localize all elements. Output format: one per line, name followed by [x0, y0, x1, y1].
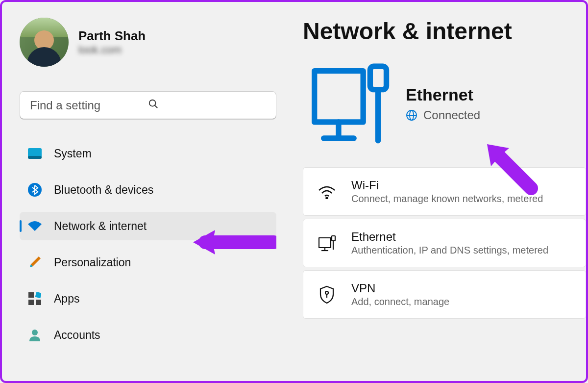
- svg-point-23: [325, 291, 328, 294]
- svg-rect-6: [35, 292, 41, 298]
- nav-label: Bluetooth & devices: [54, 183, 153, 197]
- nav-list: System Bluetooth & devices Network & int…: [20, 139, 276, 349]
- main-content: Network & internet Ethernet Connected: [286, 2, 586, 381]
- card-wifi[interactable]: Wi-Fi Connect, manage known networks, me…: [303, 167, 586, 216]
- card-vpn[interactable]: VPN Add, connect, manage: [303, 270, 586, 319]
- sidebar: Parth Shah look.com Find a setting Syste…: [2, 2, 286, 381]
- search-icon: [148, 99, 266, 112]
- card-ethernet[interactable]: Ethernet Authentication, IP and DNS sett…: [303, 219, 586, 267]
- sidebar-item-apps[interactable]: Apps: [20, 284, 276, 313]
- globe-icon: [406, 109, 417, 121]
- svg-rect-21: [332, 236, 335, 241]
- apps-icon: [27, 291, 42, 306]
- wifi-icon: [317, 182, 337, 202]
- network-status-block[interactable]: Ethernet Connected: [303, 59, 586, 148]
- nav-label: System: [54, 147, 92, 160]
- profile-block[interactable]: Parth Shah look.com: [20, 18, 276, 67]
- svg-rect-3: [28, 156, 42, 159]
- svg-rect-8: [36, 300, 41, 305]
- nav-label: Apps: [54, 292, 79, 306]
- system-icon: [27, 146, 42, 161]
- profile-info: Parth Shah look.com: [78, 28, 146, 56]
- person-icon: [27, 328, 42, 342]
- card-title: Ethernet: [351, 230, 548, 244]
- sidebar-item-network[interactable]: Network & internet: [20, 212, 276, 240]
- avatar: [20, 18, 69, 67]
- search-input[interactable]: Find a setting: [20, 91, 276, 120]
- nav-label: Personalization: [54, 256, 131, 269]
- profile-email: look.com: [78, 44, 146, 56]
- status-title: Ethernet: [406, 85, 480, 104]
- card-subtitle: Connect, manage known networks, metered: [351, 193, 543, 204]
- svg-rect-7: [28, 300, 34, 305]
- sidebar-item-accounts[interactable]: Accounts: [20, 321, 276, 349]
- svg-rect-18: [319, 238, 331, 248]
- bluetooth-icon: [27, 182, 42, 197]
- sidebar-item-bluetooth[interactable]: Bluetooth & devices: [20, 176, 276, 204]
- svg-rect-5: [28, 292, 34, 298]
- settings-cards: Wi-Fi Connect, manage known networks, me…: [303, 167, 586, 319]
- page-title: Network & internet: [303, 18, 586, 45]
- search-placeholder: Find a setting: [30, 99, 148, 112]
- ethernet-large-icon: [303, 59, 391, 148]
- profile-name: Parth Shah: [78, 28, 146, 44]
- status-subtitle: Connected: [423, 108, 480, 122]
- shield-key-icon: [317, 285, 337, 305]
- sidebar-item-personalization[interactable]: Personalization: [20, 248, 276, 277]
- card-subtitle: Authentication, IP and DNS settings, met…: [351, 245, 548, 256]
- svg-rect-12: [370, 66, 386, 89]
- ethernet-icon: [317, 233, 337, 253]
- sidebar-item-system[interactable]: System: [20, 139, 276, 168]
- svg-point-0: [149, 100, 156, 106]
- svg-point-17: [326, 197, 328, 199]
- svg-line-1: [155, 105, 158, 108]
- paintbrush-icon: [27, 255, 42, 270]
- card-title: Wi-Fi: [351, 179, 543, 192]
- card-subtitle: Add, connect, manage: [351, 296, 449, 307]
- svg-point-9: [32, 330, 38, 335]
- nav-label: Accounts: [54, 329, 100, 342]
- nav-label: Network & internet: [54, 220, 147, 233]
- card-title: VPN: [351, 281, 449, 295]
- wifi-icon: [27, 219, 42, 233]
